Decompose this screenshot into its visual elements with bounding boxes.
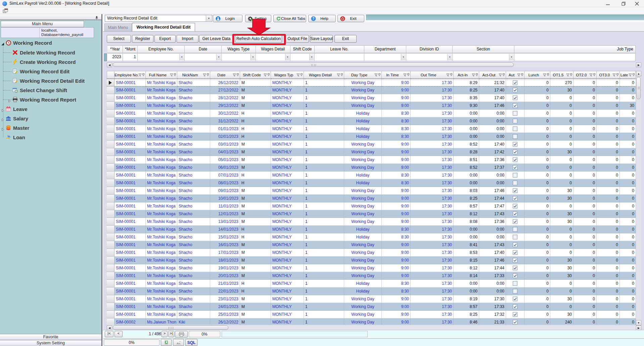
cell-full-name[interactable]: Mr.Toshiki Koga <box>146 264 177 272</box>
grid-horizontal-scrollbar[interactable]: ◀ ▶ <box>107 325 641 330</box>
row-indicator[interactable] <box>107 156 114 164</box>
aut-checkbox-unchecked[interactable] <box>513 235 517 239</box>
cell-act-in[interactable]: 8:35 <box>454 94 479 102</box>
cell-in-time[interactable]: 8:30 <box>382 110 411 117</box>
cell-employee-no[interactable]: SIM-00001 <box>114 272 146 280</box>
cell-full-name[interactable]: Mr.Toshiki Koga <box>146 195 177 202</box>
cell-ot30[interactable]: 0 <box>597 233 620 241</box>
cell-full-name[interactable]: Mr.Toshiki Koga <box>146 171 177 179</box>
cell-out-time[interactable]: 17:30 <box>411 179 454 187</box>
cell-nickname[interactable]: Shacho <box>177 311 210 318</box>
aut-checkbox-checked[interactable] <box>513 212 517 216</box>
filter-input-mont[interactable]: 1 <box>123 53 138 61</box>
cell-ot15[interactable]: 0 <box>550 133 573 141</box>
cell-full-name[interactable]: Mr.Toshiki Koga <box>146 303 177 311</box>
cell-out-time[interactable]: 17:30 <box>411 226 454 233</box>
cell-act-in[interactable]: 8:46 <box>454 318 479 325</box>
page-first-button[interactable]: |< <box>105 331 113 337</box>
cell-day-type[interactable]: Working Day <box>344 272 382 280</box>
cell-ot30[interactable]: 0 <box>597 264 620 272</box>
cell-act-out[interactable]: 17:42 <box>479 148 506 156</box>
cell-out-time[interactable]: 17:30 <box>411 257 454 264</box>
cell-lunch[interactable]: 0 <box>524 117 550 125</box>
cell-shift-code[interactable]: M <box>240 272 271 280</box>
grid-row[interactable]: SIM-00001Mr.Toshiki KogaShacho13/01/2023… <box>107 218 636 226</box>
cell-late[interactable]: 0 <box>620 272 636 280</box>
pin-icon[interactable] <box>616 72 619 78</box>
cell-act-in[interactable]: 0:00 <box>454 226 479 233</box>
cell-lunch[interactable]: 0 <box>524 179 550 187</box>
cell-act-out[interactable]: 17:32 <box>479 311 506 318</box>
cell-employee-no[interactable]: SIM-00001 <box>114 295 146 303</box>
cell-ot20[interactable]: 0 <box>573 210 597 218</box>
cell-late[interactable]: 0 <box>620 133 636 141</box>
filter-input-date[interactable]: ▼ <box>185 53 222 61</box>
cell-shift-code[interactable]: M <box>240 94 271 102</box>
cell-wages-detail[interactable]: 1 <box>304 86 344 94</box>
cell-ot30[interactable]: 0 <box>597 311 620 318</box>
grid-column-header-aut[interactable]: Aut <box>506 71 524 79</box>
filter-funnel-icon[interactable] <box>374 72 378 78</box>
cell-wages-detail[interactable]: 1 <box>304 287 344 295</box>
cell-act-in[interactable]: 8:52 <box>454 164 479 171</box>
cell-lunch[interactable]: 0 <box>524 86 550 94</box>
aut-checkbox-checked[interactable] <box>513 250 517 255</box>
cell-employee-no[interactable]: SIM-00001 <box>114 241 146 249</box>
cell-date[interactable]: 29/12/2022 <box>210 102 240 110</box>
cell-wages-detail[interactable]: 1 <box>304 264 344 272</box>
cell-ot30[interactable]: 0 <box>597 102 620 110</box>
cell-lunch[interactable]: 0 <box>524 164 550 171</box>
grid-row[interactable]: SIM-00001Mr.Toshiki KogaShacho18/01/2023… <box>107 257 636 264</box>
cell-out-time[interactable]: 17:30 <box>411 156 454 164</box>
cell-employee-no[interactable]: SIM-00001 <box>114 110 146 117</box>
cell-in-time[interactable]: 9:00 <box>382 272 411 280</box>
cell-wages-type[interactable]: MONTHLY <box>271 179 304 187</box>
cell-ot30[interactable]: 0 <box>597 125 620 133</box>
cell-in-time[interactable]: 9:00 <box>382 303 411 311</box>
cell-act-in[interactable]: 8:57 <box>454 303 479 311</box>
filter-funnel-icon[interactable] <box>264 72 267 78</box>
cell-shift-code[interactable]: M <box>240 86 271 94</box>
filter-funnel-icon[interactable] <box>517 72 520 78</box>
filter-dropdown-arrow[interactable]: ▼ <box>447 54 452 60</box>
cell-act-in[interactable]: 0:00 <box>454 133 479 141</box>
cell-shift-code[interactable]: M <box>240 79 271 86</box>
tree-item-delete-working-record[interactable]: Delete Working Record <box>12 49 75 56</box>
row-indicator[interactable] <box>107 202 114 210</box>
cell-act-out[interactable]: 0:00 <box>479 226 506 233</box>
tree-expander-collapsed[interactable] <box>8 98 11 101</box>
row-indicator[interactable] <box>107 303 114 311</box>
cell-wages-detail[interactable]: 1 <box>304 272 344 280</box>
cell-out-time[interactable]: 17:30 <box>411 280 454 287</box>
cell-ot20[interactable]: 0 <box>573 125 597 133</box>
cell-late[interactable]: 0 <box>620 303 636 311</box>
cell-wages-detail[interactable]: 1 <box>304 210 344 218</box>
cell-date[interactable]: 02/01/2023 <box>210 133 240 141</box>
cell-full-name[interactable]: Mr.Toshiki Koga <box>146 110 177 117</box>
cell-ot20[interactable]: 0 <box>573 264 597 272</box>
cell-employee-no[interactable]: SIM-00001 <box>114 218 146 226</box>
cell-act-out[interactable]: 17:40 <box>479 249 506 257</box>
pin-icon[interactable] <box>632 72 635 78</box>
row-indicator[interactable] <box>107 311 114 318</box>
cell-ot15[interactable]: 0 <box>550 171 573 179</box>
cell-act-out[interactable]: 0:00 <box>479 133 506 141</box>
cell-aut[interactable] <box>506 141 524 148</box>
cell-ot20[interactable]: 0 <box>573 179 597 187</box>
filter-funnel-icon[interactable] <box>138 72 142 78</box>
cell-date[interactable]: 22/01/2023 <box>210 287 240 295</box>
action-button-import[interactable]: Import <box>177 35 198 43</box>
cell-act-out[interactable]: 17:43 <box>479 210 506 218</box>
action-button-register[interactable]: Register <box>132 35 153 43</box>
cell-aut[interactable] <box>506 86 524 94</box>
cell-day-type[interactable]: Working Day <box>344 195 382 202</box>
aut-checkbox-checked[interactable] <box>513 95 517 100</box>
filter-input-department[interactable]: ▼ <box>364 53 406 61</box>
cell-aut[interactable] <box>506 210 524 218</box>
cell-out-time[interactable]: 17:30 <box>411 110 454 117</box>
cell-wages-detail[interactable]: 1 <box>304 94 344 102</box>
filter-funnel-icon[interactable] <box>629 72 632 78</box>
sidebar-section-favorite[interactable]: Favorite <box>0 334 101 340</box>
cell-aut[interactable] <box>506 287 524 295</box>
cell-late[interactable]: 0 <box>620 311 636 318</box>
